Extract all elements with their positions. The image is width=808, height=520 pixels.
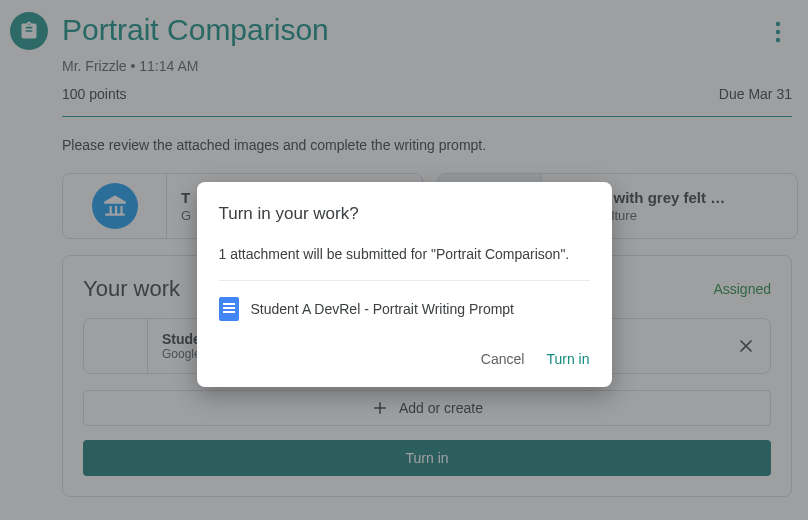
dialog-body: 1 attachment will be submitted for "Port… — [219, 246, 590, 281]
turn-in-dialog: Turn in your work? 1 attachment will be … — [197, 182, 612, 387]
google-docs-icon — [219, 297, 239, 321]
dialog-file-name: Student A DevRel - Portrait Writing Prom… — [251, 301, 515, 317]
submit-button[interactable]: Turn in — [546, 345, 589, 373]
cancel-button[interactable]: Cancel — [481, 345, 525, 373]
dialog-title: Turn in your work? — [219, 204, 590, 224]
dialog-file: Student A DevRel - Portrait Writing Prom… — [219, 297, 590, 321]
modal-overlay[interactable]: Turn in your work? 1 attachment will be … — [0, 0, 808, 520]
dialog-actions: Cancel Turn in — [219, 345, 590, 373]
